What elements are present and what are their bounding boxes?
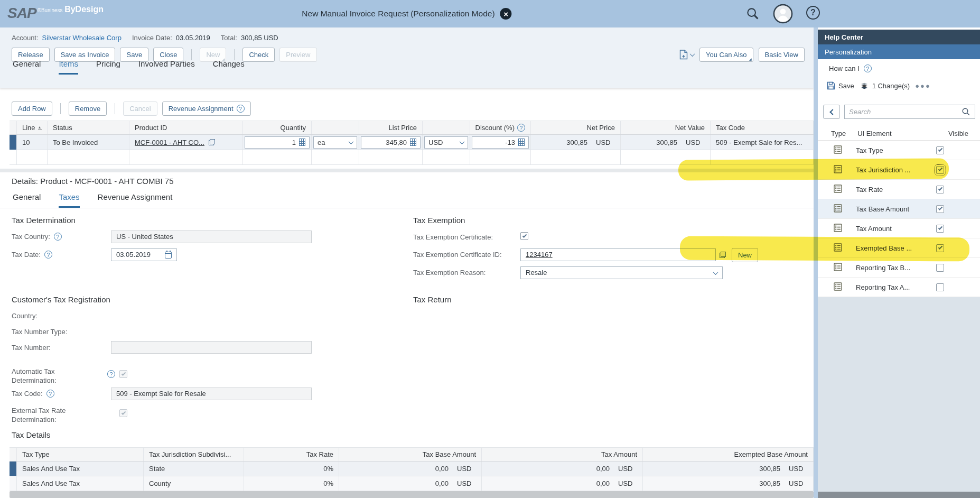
panel-search-box[interactable] bbox=[844, 105, 975, 119]
col-tax-base-amount[interactable]: Tax Base Amount bbox=[339, 448, 482, 461]
col-exempted-base-amount[interactable]: Exempted Base Amount bbox=[643, 448, 814, 461]
revenue-assignment-button[interactable]: Revenue Assignment? bbox=[162, 102, 251, 116]
panel-save-button[interactable]: Save bbox=[827, 81, 854, 90]
col-quantity[interactable]: Quantity bbox=[243, 121, 312, 134]
visible-checkbox[interactable] bbox=[936, 244, 944, 252]
tab-details-general[interactable]: General bbox=[13, 192, 41, 208]
col-quantity-unit[interactable] bbox=[312, 121, 359, 134]
col-list-price-currency[interactable] bbox=[423, 121, 470, 134]
col-status[interactable]: Status bbox=[48, 121, 129, 134]
visible-checkbox[interactable] bbox=[936, 146, 944, 154]
tax-return-heading: Tax Return bbox=[413, 295, 452, 304]
account-link[interactable]: Silverstar Wholesale Corp bbox=[42, 34, 122, 42]
calculator-icon[interactable] bbox=[299, 139, 305, 146]
calculator-icon[interactable] bbox=[410, 139, 416, 146]
visible-checkbox[interactable] bbox=[936, 186, 944, 193]
currency-select[interactable]: USD bbox=[424, 136, 468, 149]
visible-checkbox[interactable] bbox=[936, 166, 944, 174]
tax-exemption-certificate-id-field[interactable]: 1234167 bbox=[520, 248, 716, 261]
new-certificate-button[interactable]: New bbox=[732, 248, 758, 262]
list-price-input[interactable]: 345,80 bbox=[361, 136, 421, 149]
ui-element-row[interactable]: Tax Amount bbox=[818, 219, 980, 238]
row-selector[interactable] bbox=[10, 462, 17, 476]
cancel-button[interactable]: Cancel bbox=[123, 102, 157, 116]
ui-element-row[interactable]: Tax Type bbox=[818, 141, 980, 160]
tab-changes[interactable]: Changes bbox=[213, 59, 245, 75]
tab-items[interactable]: Items bbox=[59, 59, 78, 75]
visible-checkbox[interactable] bbox=[936, 283, 944, 291]
tab-involved-parties[interactable]: Involved Parties bbox=[138, 59, 195, 75]
open-value-selector-icon[interactable] bbox=[209, 139, 215, 145]
ui-element-label: Tax Jurisdiction ... bbox=[856, 166, 910, 174]
col-product-id[interactable]: Product ID bbox=[129, 121, 243, 134]
tab-details-taxes[interactable]: Taxes bbox=[59, 192, 79, 208]
add-row-button[interactable]: Add Row bbox=[12, 102, 52, 116]
check-button[interactable]: Check bbox=[242, 48, 275, 62]
tax-date-field[interactable]: 03.05.2019 bbox=[111, 248, 177, 261]
changes-button[interactable]: 1 Change(s) bbox=[860, 82, 910, 90]
discount-input[interactable]: -13 bbox=[472, 136, 529, 149]
search-icon[interactable] bbox=[746, 7, 760, 22]
preview-button[interactable]: Preview bbox=[279, 48, 316, 62]
visible-checkbox[interactable] bbox=[936, 225, 944, 233]
row-selector[interactable] bbox=[10, 135, 17, 150]
avatar[interactable] bbox=[773, 4, 793, 25]
col-tax-jurisdiction[interactable]: Tax Jurisdiction Subdivisi... bbox=[144, 448, 244, 461]
ui-element-row[interactable]: Tax Jurisdiction ... bbox=[818, 160, 980, 180]
tab-general[interactable]: General bbox=[13, 59, 41, 75]
col-list-price[interactable]: List Price bbox=[359, 121, 423, 134]
collapse-panel-button[interactable] bbox=[823, 105, 840, 119]
section-splitter[interactable] bbox=[0, 169, 814, 172]
basic-view-button[interactable]: Basic View bbox=[759, 48, 805, 62]
calendar-icon[interactable] bbox=[165, 252, 172, 259]
tax-exemption-reason-select[interactable]: Resale bbox=[520, 266, 723, 279]
you-can-also-button[interactable]: You Can Also◢ bbox=[699, 48, 753, 62]
tax-type-cell: Sales And Use Tax bbox=[17, 476, 144, 491]
col-tax-type[interactable]: Tax Type bbox=[17, 448, 144, 461]
unit-select[interactable]: ea bbox=[313, 136, 357, 149]
ui-element-row[interactable]: Exempted Base ... bbox=[818, 238, 980, 258]
how-can-i-link[interactable]: How can I bbox=[829, 64, 860, 72]
product-id-link[interactable]: MCF-0001 - AHT CO... bbox=[135, 139, 204, 146]
help-icon[interactable]: ? bbox=[806, 6, 820, 20]
open-value-selector-icon[interactable] bbox=[720, 252, 726, 258]
help-circle-icon[interactable]: ? bbox=[46, 390, 54, 398]
panel-search-input[interactable] bbox=[849, 108, 962, 116]
exempted-base-cell: 300,85USD bbox=[643, 462, 814, 476]
horizontal-scrollbar[interactable] bbox=[10, 491, 814, 498]
close-personalization-icon[interactable]: × bbox=[500, 8, 512, 20]
col-net-price[interactable]: Net Price bbox=[531, 121, 621, 134]
row-selector[interactable] bbox=[10, 476, 17, 491]
col-net-value[interactable]: Net Value bbox=[621, 121, 711, 134]
panel-horizontal-scrollbar[interactable] bbox=[818, 492, 980, 498]
col-line[interactable]: Line▲ bbox=[17, 121, 48, 134]
help-circle-icon[interactable]: ? bbox=[54, 233, 62, 241]
visible-checkbox[interactable] bbox=[936, 264, 944, 272]
toolbar-separator bbox=[234, 49, 235, 60]
new-document-icon[interactable] bbox=[679, 50, 694, 60]
select-all-cell[interactable] bbox=[10, 121, 17, 134]
product-id-cell: MCF-0001 - AHT CO... bbox=[129, 135, 243, 150]
tab-details-revenue-assignment[interactable]: Revenue Assignment bbox=[98, 192, 173, 208]
ui-element-row[interactable]: Tax Rate bbox=[818, 180, 980, 199]
more-options-icon[interactable]: ●●● bbox=[915, 82, 931, 90]
col-tax-rate[interactable]: Tax Rate bbox=[244, 448, 339, 461]
help-circle-icon[interactable]: ? bbox=[44, 251, 52, 259]
help-circle-icon[interactable]: ? bbox=[107, 370, 115, 378]
visible-checkbox[interactable] bbox=[936, 205, 944, 213]
col-discount[interactable]: Discount (%)? bbox=[470, 121, 531, 134]
calculator-icon[interactable] bbox=[518, 139, 525, 146]
ui-element-row[interactable]: Reporting Tax B... bbox=[818, 258, 980, 278]
tab-pricing[interactable]: Pricing bbox=[96, 59, 120, 75]
ui-element-label: Reporting Tax A... bbox=[856, 283, 910, 291]
tax-exemption-certificate-checkbox[interactable] bbox=[520, 232, 528, 240]
col-tax-amount[interactable]: Tax Amount bbox=[482, 448, 643, 461]
quantity-input[interactable]: 1 bbox=[245, 136, 310, 149]
chevron-down-icon[interactable] bbox=[690, 51, 695, 57]
ui-element-row[interactable]: Tax Base Amount bbox=[818, 199, 980, 219]
registered-mark-icon: ® bbox=[38, 7, 41, 13]
ui-element-row[interactable]: Reporting Tax A... bbox=[818, 278, 980, 297]
help-circle-icon[interactable]: ? bbox=[864, 64, 872, 72]
remove-button[interactable]: Remove bbox=[69, 102, 107, 116]
col-tax-code[interactable]: Tax Code bbox=[711, 121, 814, 134]
